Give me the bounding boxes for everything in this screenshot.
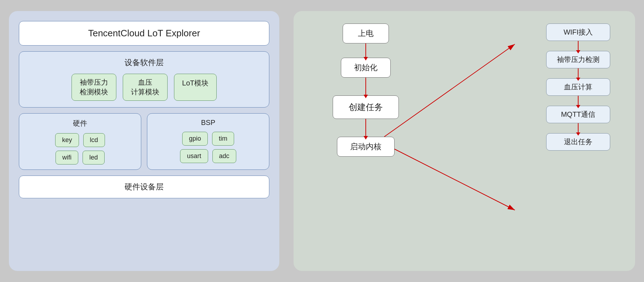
flow-start-kernel: 启动内核 — [337, 137, 395, 157]
flow-wifi: WIFI接入 — [546, 24, 610, 41]
flow-mqtt: MQTT通信 — [546, 106, 610, 123]
software-layer: 设备软件层 袖带压力检测模块 血压计算模块 LoT模块 — [19, 51, 269, 108]
flow-init: 初始化 — [341, 58, 391, 78]
flow-left-column: 上电 初始化 创建任务 启动内核 — [333, 24, 399, 157]
flow-bp-calc: 血压计算 — [546, 78, 610, 96]
arrow-power-to-init — [365, 43, 366, 58]
arrow-cuff-to-bp — [578, 68, 579, 78]
svg-line-1 — [384, 44, 515, 137]
tencent-cloud-box: TencentCloud LoT Explorer — [19, 21, 269, 46]
hardware-section: 硬件 key lcd wifi led — [19, 113, 141, 170]
hw-lcd: lcd — [83, 133, 105, 147]
hw-led: led — [83, 151, 105, 164]
bsp-title: BSP — [153, 119, 263, 127]
flow-create-task: 创建任务 — [333, 95, 399, 119]
right-panel: 上电 初始化 创建任务 启动内核 WIFI接入 袖带压力检测 血压计算 MQTT… — [294, 11, 635, 271]
bsp-tim: tim — [212, 132, 234, 146]
bsp-row2: usart adc — [153, 149, 263, 163]
left-panel: TencentCloud LoT Explorer 设备软件层 袖带压力检测模块… — [9, 11, 279, 271]
hardware-row2: wifi led — [25, 151, 135, 164]
hardware-bsp-row: 硬件 key lcd wifi led BSP gpio tim usart a… — [19, 113, 269, 170]
flow-diagram: 上电 初始化 创建任务 启动内核 WIFI接入 袖带压力检测 血压计算 MQTT… — [311, 24, 617, 258]
flow-exit-task: 退出任务 — [546, 133, 610, 151]
bsp-gpio: gpio — [182, 132, 208, 146]
bsp-row1: gpio tim — [153, 132, 263, 146]
flow-right-column: WIFI接入 袖带压力检测 血压计算 MQTT通信 退出任务 — [539, 24, 617, 151]
hardware-device-box: 硬件设备层 — [19, 176, 269, 198]
module-lot: LoT模块 — [174, 74, 217, 101]
bsp-section: BSP gpio tim usart adc — [147, 113, 269, 170]
arrow-wifi-to-cuff — [578, 41, 579, 51]
software-layer-title: 设备软件层 — [26, 57, 263, 68]
flow-power-on: 上电 — [343, 24, 389, 43]
svg-line-2 — [384, 144, 515, 210]
bsp-adc: adc — [212, 149, 236, 163]
module-cuff-pressure: 袖带压力检测模块 — [72, 74, 116, 101]
arrow-task-to-kernel — [365, 119, 366, 137]
arrow-bp-to-mqtt — [578, 96, 579, 106]
flow-cuff-detect: 袖带压力检测 — [546, 51, 610, 68]
hw-key: key — [55, 133, 79, 147]
hardware-row1: key lcd — [25, 133, 135, 147]
software-modules-row: 袖带压力检测模块 血压计算模块 LoT模块 — [26, 74, 263, 101]
arrow-mqtt-to-exit — [578, 123, 579, 133]
bsp-usart: usart — [180, 149, 208, 163]
arrow-init-to-task — [365, 78, 366, 95]
hw-wifi: wifi — [56, 151, 78, 164]
module-blood-pressure: 血压计算模块 — [123, 74, 168, 101]
hardware-title: 硬件 — [25, 119, 135, 128]
